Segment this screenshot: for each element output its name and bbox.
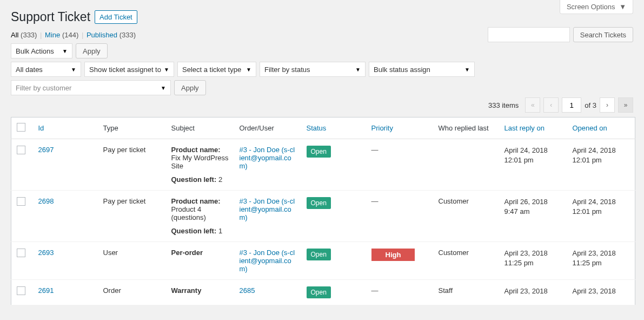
- priority-badge: High: [371, 249, 415, 261]
- search-input[interactable]: [488, 27, 570, 42]
- opened-date: April 24, 2018 12:01 pm: [567, 139, 635, 191]
- filter-ticket-type-select[interactable]: Select a ticket type ▼: [177, 62, 256, 77]
- ticket-subject: Warranty: [166, 280, 234, 305]
- who-replied-last: [433, 139, 499, 191]
- status-badge: Open: [307, 286, 331, 298]
- priority-none: —: [371, 197, 379, 205]
- chevron-down-icon: ▼: [464, 67, 470, 73]
- search-tickets-button[interactable]: Search Tickets: [573, 27, 633, 42]
- last-reply-date: April 23, 2018 11:25 pm: [499, 242, 567, 280]
- pagination-prev-button: ‹: [543, 97, 559, 113]
- ticket-id-link[interactable]: 2697: [38, 146, 54, 154]
- ticket-id-link[interactable]: 2693: [38, 249, 54, 257]
- filter-apply-button[interactable]: Apply: [174, 80, 206, 95]
- ticket-id-link[interactable]: 2691: [38, 286, 54, 295]
- filter-published[interactable]: Published (333): [87, 31, 136, 39]
- col-opened-header[interactable]: Opened on: [567, 117, 635, 139]
- order-user-link[interactable]: #3 - Jon Doe (s-client@yopmail.com): [240, 146, 295, 170]
- row-select-checkbox[interactable]: [17, 197, 25, 206]
- filter-all[interactable]: All (333): [11, 31, 39, 39]
- order-user-link[interactable]: #3 - Jon Doe (s-client@yopmail.com): [240, 249, 295, 273]
- pagination-current-input[interactable]: [562, 97, 581, 113]
- filter-assignee-select[interactable]: Show ticket assignet to ▼: [84, 62, 174, 77]
- priority-none: —: [371, 146, 379, 154]
- pagination-last-button[interactable]: »: [618, 97, 633, 113]
- select-all-checkbox[interactable]: [17, 123, 25, 132]
- table-row: 2691OrderWarranty2685Open—StaffApril 23,…: [11, 280, 635, 305]
- row-select-checkbox[interactable]: [17, 146, 25, 154]
- table-row: 2698Pay per ticketProduct name: Product …: [11, 191, 635, 242]
- ticket-id-link[interactable]: 2698: [38, 197, 54, 205]
- bulk-actions-apply-button[interactable]: Apply: [76, 43, 108, 58]
- col-subject-header: Subject: [166, 117, 234, 139]
- col-id-header[interactable]: Id: [33, 117, 98, 139]
- status-badge: Open: [307, 146, 331, 158]
- opened-date: April 24, 2018 12:01 pm: [567, 191, 635, 242]
- row-select-checkbox[interactable]: [17, 249, 25, 257]
- bulk-status-assign-select[interactable]: Bulk status assign ▼: [369, 62, 475, 77]
- page-title: Support Ticket: [11, 10, 90, 24]
- pagination-next-button[interactable]: ›: [600, 97, 615, 113]
- chevron-down-icon: ▼: [164, 67, 169, 73]
- opened-date: April 23, 2018 11:25 pm: [567, 242, 635, 280]
- who-replied-last: Customer: [433, 191, 499, 242]
- screen-options-label: Screen Options: [567, 3, 615, 11]
- filter-status-select[interactable]: Filter by status ▼: [260, 62, 366, 77]
- bulk-actions-select[interactable]: Bulk Actions ▼: [11, 43, 72, 58]
- priority-none: —: [371, 286, 379, 295]
- col-lastreply-header[interactable]: Last reply on: [499, 117, 567, 139]
- pagination-first-button: «: [525, 97, 540, 113]
- order-user-link[interactable]: 2685: [240, 286, 255, 295]
- order-user-link[interactable]: #3 - Jon Doe (s-client@yopmail.com): [240, 197, 295, 221]
- chevron-down-icon: ▼: [355, 67, 361, 73]
- filter-customer-select[interactable]: Filter by customer ▼: [11, 80, 171, 95]
- who-replied-last: Staff: [433, 280, 499, 305]
- table-row: 2697Pay per ticketProduct name: Fix My W…: [11, 139, 635, 191]
- chevron-down-icon: ▼: [62, 48, 68, 54]
- chevron-down-icon: ▼: [161, 85, 166, 91]
- last-reply-date: April 24, 2018 12:01 pm: [499, 139, 567, 191]
- status-badge: Open: [307, 197, 331, 209]
- col-priority-header[interactable]: Priority: [366, 117, 433, 139]
- pagination-total-items: 333 items: [488, 101, 519, 109]
- add-ticket-button[interactable]: Add Ticket: [95, 10, 137, 24]
- chevron-down-icon: ▼: [246, 67, 251, 73]
- who-replied-last: Customer: [433, 242, 499, 280]
- chevron-down-icon: ▼: [619, 3, 626, 11]
- opened-date: April 23, 2018: [567, 280, 635, 305]
- ticket-subject: Per-order: [166, 242, 234, 280]
- ticket-type: Pay per ticket: [98, 191, 166, 242]
- last-reply-date: April 23, 2018: [499, 280, 567, 305]
- status-badge: Open: [307, 249, 331, 260]
- row-select-checkbox[interactable]: [17, 286, 25, 295]
- ticket-subject: Product name: Product 4 (questions)Quest…: [166, 191, 234, 242]
- table-row: 2693UserPer-order#3 - Jon Doe (s-client@…: [11, 242, 635, 280]
- col-who-header: Who replied last: [433, 117, 499, 139]
- ticket-type: User: [98, 242, 166, 280]
- tickets-table: Id Type Subject Order/User Status Priori…: [11, 117, 635, 305]
- filter-date-select[interactable]: All dates ▼: [11, 62, 81, 77]
- ticket-type: Order: [98, 280, 166, 305]
- ticket-type: Pay per ticket: [98, 139, 166, 191]
- filter-mine[interactable]: Mine (144): [45, 31, 81, 39]
- col-type-header: Type: [98, 117, 166, 139]
- ticket-subject: Product name: Fix My WordPress SiteQuest…: [166, 139, 234, 191]
- col-order-header: Order/User: [234, 117, 301, 139]
- last-reply-date: April 26, 2018 9:47 am: [499, 191, 567, 242]
- chevron-down-icon: ▼: [71, 67, 76, 73]
- screen-options-button[interactable]: Screen Options ▼: [560, 0, 633, 14]
- col-status-header[interactable]: Status: [301, 117, 366, 139]
